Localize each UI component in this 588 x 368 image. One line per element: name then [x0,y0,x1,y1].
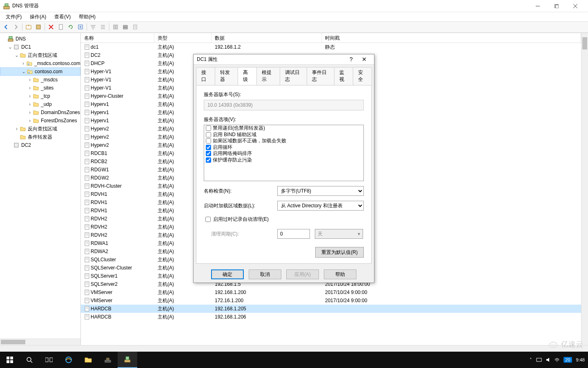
server-options-listbox[interactable]: 禁用递归(也禁用转发器)启用 BIND 辅助区域如果区域数据不正确，加载会失败启… [204,125,364,181]
server-option[interactable]: 如果区域数据不正确，加载会失败 [204,138,363,144]
tree-domaindns[interactable]: ›DomainDnsZones [0,108,80,117]
tab-security[interactable]: 安全 [353,67,372,85]
tray-volume-icon[interactable] [546,357,551,362]
reset-defaults-button[interactable]: 重置为默认值(R) [315,247,364,258]
menu-view[interactable]: 查看(V) [51,13,74,21]
menu-file[interactable]: 文件(F) [2,13,25,21]
dns-manager-taskbar-icon[interactable] [118,352,137,368]
tool-refresh-button[interactable] [66,22,75,31]
record-row[interactable]: dc1主机(A)192.168.1.2静态 [81,43,581,51]
tab-eventlog[interactable]: 事件日志 [307,67,334,85]
expand-icon[interactable]: › [27,118,33,123]
col-name[interactable]: 名称 [81,33,154,43]
tab-forwarders[interactable]: 转发器 [215,67,238,85]
tree-conditional-fwd[interactable]: 条件转发器 [0,133,80,141]
close-button[interactable] [566,0,585,12]
nav-back-button[interactable] [2,22,11,31]
taskview-button[interactable] [39,352,59,368]
tray-notification-badge[interactable]: 20 [564,357,572,363]
tool-page-button[interactable] [131,22,140,31]
collapse-icon[interactable]: ⌄ [21,69,27,74]
server-manager-taskbar-icon[interactable] [98,352,118,368]
tree-root-dns[interactable]: DNS [0,35,80,43]
menu-help[interactable]: 帮助(H) [76,13,99,21]
record-row[interactable]: HARDCB主机(A)192.168.1.206 [81,313,581,321]
tray-ime-indicator[interactable]: 中 [555,357,559,363]
tree-reverse-zones[interactable]: ›反向查找区域 [0,125,80,133]
tree-tcp[interactable]: ›_tcp [0,92,80,100]
tree-dc1[interactable]: ⌄ DC1 [0,43,80,51]
dialog-close-button[interactable]: ✕ [358,54,371,64]
namecheck-select[interactable]: 多字节(UTF8) [277,186,364,196]
dialog-titlebar[interactable]: DC1 属性 ? ✕ [194,54,374,65]
expand-icon[interactable]: › [27,77,33,83]
nav-forward-button[interactable] [11,22,20,31]
tab-interface[interactable]: 接口 [196,67,215,85]
tray-network-icon[interactable] [536,357,542,362]
period-input[interactable] [277,229,310,239]
collapse-icon[interactable]: ⌄ [14,52,20,58]
loadzone-select[interactable]: 从 Active Directory 和注册表 [277,201,364,211]
tool-column-button[interactable] [111,22,120,31]
option-checkbox[interactable] [206,132,211,137]
option-checkbox[interactable] [206,157,211,163]
tool-add-button[interactable] [24,22,33,31]
tool-doc-button[interactable] [56,22,65,31]
ie-taskbar-icon[interactable] [59,352,78,368]
tab-advanced[interactable]: 高级 [238,67,257,85]
expand-icon[interactable]: › [14,126,20,132]
col-timestamp[interactable]: 时间戳 [322,33,581,43]
tree-sites[interactable]: ›_sites [0,84,80,92]
tab-roothints[interactable]: 根提示 [256,67,280,85]
record-row[interactable]: VMServer主机(A)192.168.1.2002017/10/24 9:0… [81,288,581,296]
tree-pane[interactable]: DNS ⌄ DC1 ⌄ 正向查找区域 › _msdcs.contoso.com … [0,33,81,345]
tool-delete-button[interactable] [47,22,56,31]
tool-filter-button[interactable] [89,22,98,31]
record-row[interactable]: HARDCB主机(A)192.168.1.205 [81,305,581,313]
menu-action[interactable]: 操作(A) [27,13,49,21]
option-checkbox[interactable] [206,151,211,156]
collapse-icon[interactable]: ⌄ [7,44,13,50]
option-checkbox[interactable] [206,145,211,150]
expand-icon[interactable]: › [20,61,26,66]
col-type[interactable]: 类型 [154,33,212,43]
minimize-button[interactable] [528,0,547,12]
tool-server-button[interactable] [121,22,130,31]
tree-dc2[interactable]: DC2 [0,141,80,149]
help-button[interactable]: 帮助 [324,269,356,279]
search-button[interactable] [20,352,39,368]
tool-list-button[interactable] [98,22,107,31]
tray-up-icon[interactable]: ˄ [530,357,532,363]
scavenge-checkbox[interactable] [205,217,211,222]
server-option[interactable]: 启用循环 [204,144,363,151]
explorer-taskbar-icon[interactable] [78,352,98,368]
tab-monitoring[interactable]: 监视 [334,67,353,85]
expand-icon[interactable]: › [27,85,33,91]
server-option[interactable]: 启用 BIND 辅助区域 [204,132,363,138]
tree-forward-zones[interactable]: ⌄ 正向查找区域 [0,51,80,59]
apply-button[interactable]: 应用(A) [286,269,319,279]
server-option[interactable]: 保护缓存防止污染 [204,157,363,164]
system-tray[interactable]: ˄ 中 20 9:48 [526,357,588,363]
server-option[interactable]: 禁用递归(也禁用转发器) [204,125,363,132]
tree-forestdns[interactable]: ›ForestDnsZones [0,117,80,125]
tree-contoso[interactable]: ⌄ contoso.com [0,67,80,76]
option-checkbox[interactable] [206,126,211,131]
record-row[interactable]: VMServer主机(A)172.16.1.2002017/10/24 9:00… [81,296,581,305]
dialog-help-button[interactable]: ? [345,54,358,64]
tool-export-button[interactable] [76,22,85,31]
ok-button[interactable]: 确定 [211,269,244,279]
tree-horizontal-scrollbar[interactable] [0,339,80,345]
tool-properties-button[interactable] [34,22,43,31]
server-option[interactable]: 启用网络掩码排序 [204,150,363,157]
list-vertical-scrollbar[interactable] [581,33,588,345]
tree-msdcs-contoso[interactable]: › _msdcs.contoso.com [0,59,80,67]
tab-debuglog[interactable]: 调试日志 [280,67,307,85]
start-button[interactable] [0,352,20,368]
expand-icon[interactable]: › [27,110,33,115]
col-data[interactable]: 数据 [212,33,322,43]
tree-udp[interactable]: ›_udp [0,100,80,108]
cancel-button[interactable]: 取消 [249,269,281,279]
tree-msdcs[interactable]: ›_msdcs [0,76,80,84]
tray-clock[interactable]: 9:48 [576,357,585,362]
